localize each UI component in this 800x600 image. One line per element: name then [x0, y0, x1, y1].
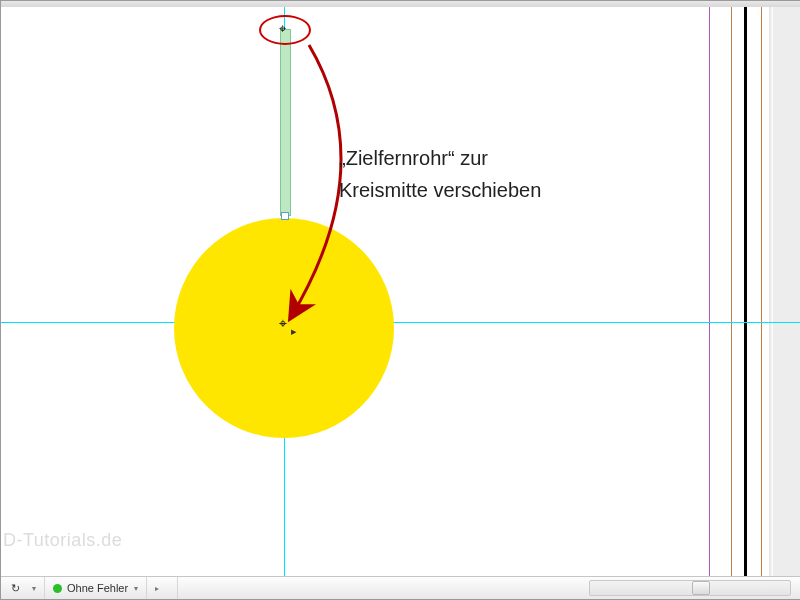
refresh-button[interactable]: ↻ ▾	[1, 577, 45, 599]
scrollbar-thumb[interactable]	[692, 581, 710, 595]
guide-line-brown-2	[761, 7, 762, 577]
annotation-ellipse	[259, 15, 311, 45]
guide-line-brown-1	[731, 7, 732, 577]
annotation-arrow	[1, 7, 800, 577]
document-canvas[interactable]: ⌖ ⌖ ▸ „Zielfernrohr“ zur Kreismitte vers…	[1, 7, 800, 577]
app-frame: ⌖ ⌖ ▸ „Zielfernrohr“ zur Kreismitte vers…	[0, 0, 800, 600]
guide-line-purple	[709, 7, 710, 577]
horizontal-scrollbar[interactable]	[589, 580, 791, 596]
page-edge-black	[744, 7, 747, 577]
pasteboard	[773, 7, 800, 577]
chevron-right-icon: ▸	[155, 584, 159, 593]
preflight-label: Ohne Fehler	[67, 582, 128, 594]
chevron-down-icon: ▾	[32, 584, 36, 593]
guide-horizontal[interactable]	[1, 322, 800, 323]
selected-rectangle[interactable]	[280, 29, 291, 216]
selection-handle-bottom[interactable]	[281, 212, 289, 220]
status-dot-ok-icon	[53, 584, 62, 593]
watermark: D-Tutorials.de	[3, 530, 122, 551]
status-bar: ↻ ▾ Ohne Fehler ▾ ▸	[1, 576, 800, 599]
annotation-text-line1: „Zielfernrohr“ zur	[339, 142, 541, 174]
annotation-text: „Zielfernrohr“ zur Kreismitte verschiebe…	[339, 142, 541, 206]
statusbar-menu-button[interactable]: ▸	[147, 577, 178, 599]
refresh-icon: ↻	[9, 582, 21, 594]
chevron-down-icon: ▾	[134, 584, 138, 593]
preflight-status[interactable]: Ohne Fehler ▾	[45, 577, 147, 599]
annotation-text-line2: Kreismitte verschieben	[339, 174, 541, 206]
circle-shape[interactable]	[174, 218, 394, 438]
